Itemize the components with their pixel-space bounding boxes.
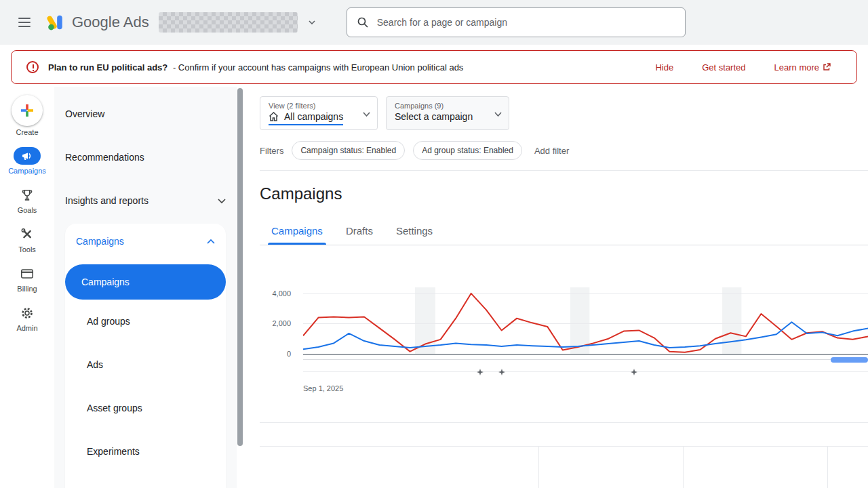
error-icon [26, 61, 39, 73]
banner-message: - Confirm if your account has campaigns … [173, 62, 464, 73]
page-title: Campaigns [260, 184, 868, 203]
menu-icon[interactable] [11, 9, 38, 36]
annotation-track-line [303, 371, 868, 372]
rail-label-admin: Admin [16, 324, 37, 332]
plus-icon [12, 95, 43, 126]
tools-icon [14, 226, 41, 243]
tab-campaigns[interactable]: Campaigns [260, 218, 334, 245]
tab-bar: Campaigns Drafts Settings [260, 218, 868, 245]
table-header-row [260, 446, 868, 488]
chevron-down-icon [309, 20, 315, 24]
chart-scrollbar-thumb[interactable] [831, 357, 868, 363]
performance-chart: 02,0004,000 Sep 1, 2025 [260, 287, 868, 392]
chevron-down-icon [218, 199, 226, 203]
search-input[interactable] [376, 16, 675, 28]
chart-series-svg [303, 287, 868, 354]
y-tick-label: 0 [287, 350, 291, 358]
table-column [683, 447, 827, 488]
eu-political-ads-banner: Plan to run EU political ads? - Confirm … [11, 50, 857, 84]
global-search[interactable] [347, 7, 686, 37]
nav-sidebar: Overview Recommendations Insights and re… [54, 87, 237, 488]
chart-y-axis: 02,0004,000 [260, 287, 296, 354]
billing-card-icon [14, 265, 41, 283]
account-switcher[interactable] [159, 12, 315, 33]
filter-chip-campaign-status[interactable]: Campaign status: Enabled [292, 141, 405, 160]
chart-plot-area [303, 287, 868, 355]
annotation-marker-icon[interactable] [631, 369, 637, 375]
chart-scrollbar-track [303, 359, 868, 360]
table-column [827, 447, 868, 488]
sidebar-item-overview[interactable]: Overview [54, 92, 237, 136]
rail-item-admin[interactable]: Admin [14, 304, 41, 332]
campaigns-nav-group: Campaigns Campaigns Ad groups Ads Asset … [65, 224, 226, 488]
y-tick-label: 2,000 [272, 319, 291, 327]
rail-label-goals: Goals [18, 206, 37, 214]
filters-label: Filters [260, 146, 283, 156]
scrollbar-thumb[interactable] [237, 88, 243, 446]
icon-rail: Create Campaigns Goals [0, 87, 54, 488]
filters-bar: Filters Campaign status: Enabled Ad grou… [260, 141, 868, 160]
campaign-select[interactable]: Campaigns (9) Select a campaign [386, 96, 509, 130]
main-content: View (2 filters) All campaigns Campaigns… [243, 87, 868, 488]
annotation-marker-icon[interactable] [498, 369, 505, 375]
rail-item-tools[interactable]: Tools [14, 226, 41, 253]
external-link-icon [823, 63, 831, 71]
sidebar-item-campaigns-selected[interactable]: Campaigns [65, 264, 226, 300]
gear-icon [14, 304, 41, 322]
create-button[interactable]: Create [12, 95, 43, 136]
banner-text: Plan to run EU political ads? - Confirm … [48, 62, 646, 73]
trophy-icon [14, 186, 41, 204]
product-name: Google Ads [72, 14, 149, 31]
tab-drafts[interactable]: Drafts [334, 218, 384, 245]
sidebar-item-ad-groups[interactable]: Ad groups [65, 300, 226, 343]
view-filter-select[interactable]: View (2 filters) All campaigns [260, 96, 378, 130]
sidebar-group-campaigns[interactable]: Campaigns [65, 224, 226, 259]
get-started-button[interactable]: Get started [702, 62, 745, 73]
sidebar-scrollbar [237, 87, 243, 488]
scope-selectors: View (2 filters) All campaigns Campaigns… [260, 96, 868, 130]
hide-button[interactable]: Hide [655, 62, 673, 73]
banner-title: Plan to run EU political ads? [48, 62, 167, 73]
app-shell: Create Campaigns Goals [0, 87, 868, 488]
chart-annotation-track [303, 368, 868, 376]
y-tick-label: 4,000 [272, 289, 291, 298]
chevron-up-icon [207, 239, 215, 244]
campaigns-megaphone-icon [14, 147, 41, 165]
rail-label-create: Create [16, 128, 38, 136]
divider [260, 170, 868, 171]
annotation-marker-icon[interactable] [477, 369, 484, 375]
filter-chip-ad-group-status[interactable]: Ad group status: Enabled [413, 141, 522, 160]
account-name-redacted [159, 12, 298, 33]
chart-x-axis-start-label: Sep 1, 2025 [303, 384, 868, 392]
rail-label-tools: Tools [18, 245, 36, 253]
table-column [260, 447, 538, 488]
top-app-bar: Google Ads [0, 0, 868, 45]
google-ads-logo-icon [46, 14, 65, 31]
campaigns-table [260, 422, 868, 488]
rail-item-goals[interactable]: Goals [14, 186, 41, 214]
sidebar-item-asset-groups[interactable]: Asset groups [65, 386, 226, 430]
tab-settings[interactable]: Settings [384, 218, 444, 245]
table-column [538, 447, 683, 488]
rail-item-billing[interactable]: Billing [14, 265, 41, 293]
sidebar-item-insights-and-reports[interactable]: Insights and reports [54, 179, 237, 222]
home-icon [269, 112, 279, 121]
banner-actions: Hide Get started Learn more [655, 62, 831, 73]
add-filter-button[interactable]: Add filter [534, 146, 569, 156]
chevron-down-icon [363, 112, 370, 117]
search-icon [357, 16, 369, 28]
learn-more-link[interactable]: Learn more [774, 62, 831, 73]
rail-item-campaigns[interactable]: Campaigns [8, 147, 46, 175]
rail-label-billing: Billing [17, 285, 37, 293]
sidebar-item-experiments[interactable]: Experiments [65, 430, 226, 473]
sidebar-item-ads[interactable]: Ads [65, 343, 226, 386]
chart-scrollbar [303, 357, 868, 363]
rail-label-campaigns: Campaigns [8, 167, 46, 175]
sidebar-item-recommendations[interactable]: Recommendations [54, 136, 237, 179]
chevron-down-icon [494, 112, 502, 117]
